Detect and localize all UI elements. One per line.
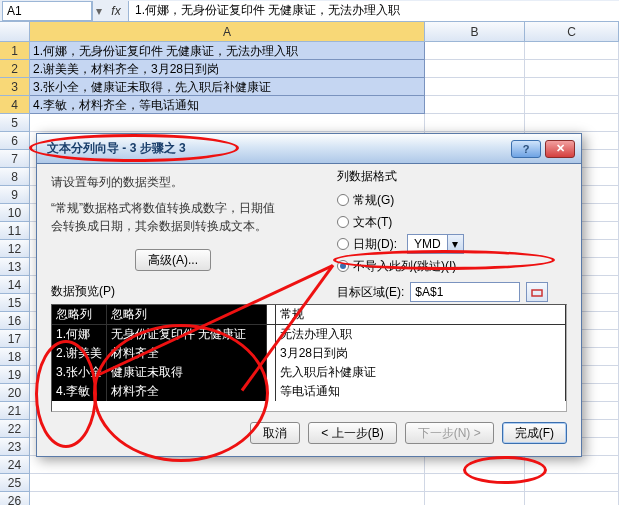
- row-header[interactable]: 22: [0, 420, 30, 438]
- cell[interactable]: [525, 114, 619, 132]
- formula-input[interactable]: 1.何娜，无身份证复印件 无健康证，无法办理入职: [128, 1, 619, 21]
- preview-cell[interactable]: 4.李敏: [52, 382, 107, 401]
- cell[interactable]: [425, 96, 525, 114]
- preview-cell[interactable]: 2.谢美美: [52, 344, 107, 363]
- cell[interactable]: [425, 60, 525, 78]
- close-button[interactable]: ✕: [545, 140, 575, 158]
- cell[interactable]: [525, 96, 619, 114]
- data-preview[interactable]: 忽略列忽略列常规1.何娜无身份证复印件 无健康证无法办理入职2.谢美美材料齐全3…: [51, 304, 567, 412]
- row-header[interactable]: 6: [0, 132, 30, 150]
- row-header[interactable]: 13: [0, 258, 30, 276]
- preview-cell[interactable]: 材料齐全: [107, 382, 267, 401]
- radio-icon: [337, 194, 349, 206]
- cell[interactable]: 4.李敏，材料齐全，等电话通知: [30, 96, 425, 114]
- column-header-a[interactable]: A: [30, 22, 425, 41]
- row-header[interactable]: 25: [0, 474, 30, 492]
- cell[interactable]: [425, 474, 525, 492]
- target-label: 目标区域(E):: [337, 284, 404, 301]
- collapse-dialog-button[interactable]: [526, 282, 548, 302]
- radio-text[interactable]: 文本(T): [337, 211, 575, 233]
- row-header[interactable]: 3: [0, 78, 30, 96]
- preview-cell[interactable]: 健康证未取得: [107, 363, 267, 382]
- preview-cell[interactable]: 3月28日到岗: [276, 344, 566, 363]
- preview-cell[interactable]: [267, 344, 276, 363]
- cell[interactable]: [425, 456, 525, 474]
- preview-cell[interactable]: 等电话通知: [276, 382, 566, 401]
- row-header[interactable]: 10: [0, 204, 30, 222]
- preview-cell[interactable]: [267, 382, 276, 401]
- cell[interactable]: [30, 114, 425, 132]
- row-header[interactable]: 18: [0, 348, 30, 366]
- preview-cell[interactable]: [267, 325, 276, 345]
- radio-date[interactable]: 日期(D): YMD ▾: [337, 233, 575, 255]
- row-header[interactable]: 20: [0, 384, 30, 402]
- name-box[interactable]: A1: [2, 1, 92, 21]
- row-header[interactable]: 4: [0, 96, 30, 114]
- cell[interactable]: [425, 492, 525, 505]
- column-header-c[interactable]: C: [525, 22, 619, 41]
- advanced-button[interactable]: 高级(A)...: [135, 249, 211, 271]
- cell[interactable]: [525, 60, 619, 78]
- chevron-down-icon: ▾: [447, 235, 463, 253]
- column-header-b[interactable]: B: [425, 22, 525, 41]
- preview-column-header[interactable]: [267, 305, 276, 325]
- date-format-dropdown[interactable]: YMD ▾: [407, 234, 464, 254]
- preview-cell[interactable]: 3.张小全: [52, 363, 107, 382]
- cell[interactable]: [425, 114, 525, 132]
- cell[interactable]: [525, 42, 619, 60]
- cell[interactable]: 1.何娜，无身份证复印件 无健康证，无法办理入职: [30, 42, 425, 60]
- row-header[interactable]: 17: [0, 330, 30, 348]
- preview-cell[interactable]: 材料齐全: [107, 344, 267, 363]
- row-header[interactable]: 9: [0, 186, 30, 204]
- row-header[interactable]: 23: [0, 438, 30, 456]
- preview-cell[interactable]: [267, 363, 276, 382]
- preview-cell[interactable]: 无身份证复印件 无健康证: [107, 325, 267, 345]
- row-header[interactable]: 2: [0, 60, 30, 78]
- preview-cell[interactable]: 无法办理入职: [276, 325, 566, 345]
- radio-general[interactable]: 常规(G): [337, 189, 575, 211]
- help-button[interactable]: ?: [511, 140, 541, 158]
- target-range-input[interactable]: $A$1: [410, 282, 520, 302]
- cell[interactable]: [30, 456, 425, 474]
- cell[interactable]: 3.张小全，健康证未取得，先入职后补健康证: [30, 78, 425, 96]
- row-header[interactable]: 5: [0, 114, 30, 132]
- row-header[interactable]: 19: [0, 366, 30, 384]
- preview-column-header[interactable]: 忽略列: [107, 305, 267, 325]
- grid-row: 22.谢美美，材料齐全，3月28日到岗: [0, 60, 619, 78]
- cell[interactable]: [425, 78, 525, 96]
- row-header[interactable]: 14: [0, 276, 30, 294]
- cell[interactable]: [525, 78, 619, 96]
- name-box-dropdown[interactable]: ▾: [92, 1, 104, 21]
- cell[interactable]: [525, 492, 619, 505]
- row-header[interactable]: 15: [0, 294, 30, 312]
- fx-label[interactable]: fx: [104, 4, 128, 18]
- preview-cell[interactable]: 1.何娜: [52, 325, 107, 345]
- cell[interactable]: [525, 474, 619, 492]
- dialog-title: 文本分列向导 - 3 步骤之 3: [43, 140, 511, 157]
- row-header[interactable]: 8: [0, 168, 30, 186]
- finish-button[interactable]: 完成(F): [502, 422, 567, 444]
- preview-row: 4.李敏材料齐全等电话通知: [52, 382, 566, 401]
- row-header[interactable]: 26: [0, 492, 30, 505]
- row-header[interactable]: 1: [0, 42, 30, 60]
- preview-column-header[interactable]: 忽略列: [52, 305, 107, 325]
- preview-cell[interactable]: 先入职后补健康证: [276, 363, 566, 382]
- cancel-button[interactable]: 取消: [250, 422, 300, 444]
- cell[interactable]: [30, 474, 425, 492]
- row-header[interactable]: 16: [0, 312, 30, 330]
- row-header[interactable]: 7: [0, 150, 30, 168]
- row-header[interactable]: 11: [0, 222, 30, 240]
- select-all-corner[interactable]: [0, 22, 30, 41]
- cell[interactable]: [30, 492, 425, 505]
- row-header[interactable]: 24: [0, 456, 30, 474]
- radio-skip[interactable]: 不导入此列(跳过)(I): [337, 255, 575, 277]
- cell[interactable]: 2.谢美美，材料齐全，3月28日到岗: [30, 60, 425, 78]
- row-header[interactable]: 21: [0, 402, 30, 420]
- cell[interactable]: [425, 42, 525, 60]
- dialog-titlebar[interactable]: 文本分列向导 - 3 步骤之 3 ? ✕: [37, 134, 581, 164]
- cell[interactable]: [525, 456, 619, 474]
- preview-column-header[interactable]: 常规: [276, 305, 566, 325]
- row-header[interactable]: 12: [0, 240, 30, 258]
- back-button[interactable]: < 上一步(B): [308, 422, 396, 444]
- preview-row: 1.何娜无身份证复印件 无健康证无法办理入职: [52, 325, 566, 345]
